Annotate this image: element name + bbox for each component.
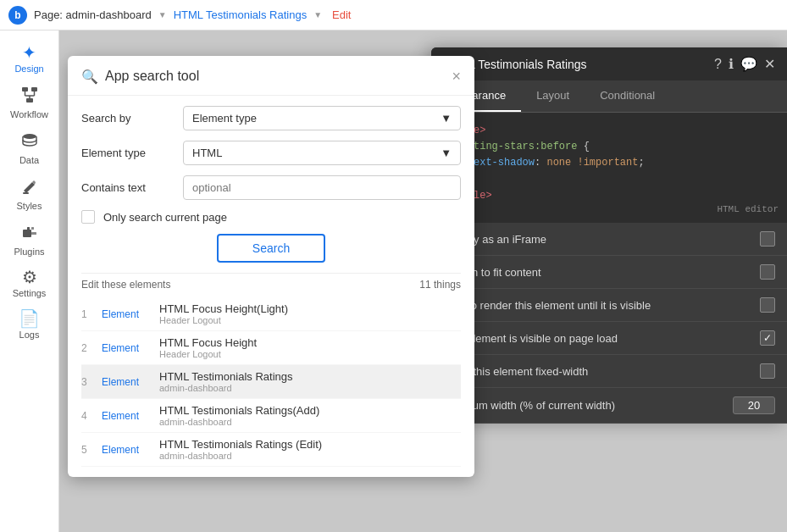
close-panel-icon[interactable]: ✕ [764,56,775,72]
design-icon: ✦ [22,44,36,61]
html-ratings-breadcrumb[interactable]: HTML Testimonials Ratings [174,8,308,21]
svg-point-7 [23,134,36,139]
result-page: Header Logout [159,349,461,359]
list-item[interactable]: 1 Element HTML Focus Height(Light) Heade… [81,297,461,331]
code-line: } [443,172,775,188]
contains-text-input[interactable] [183,175,461,200]
result-name: HTML Testimonials Ratings (Edit) [159,438,461,451]
result-page: admin-dashboard [159,417,461,427]
result-name-block: HTML Testimonials Ratings admin-dashboar… [159,370,461,393]
sidebar-item-workflow[interactable]: Workflow [3,79,56,123]
visible-load-row: This element is visible on page load ✓ [431,322,787,355]
element-type-value: HTML [192,147,222,159]
search-modal-close-button[interactable]: × [452,69,461,84]
search-modal: 🔍 App search tool × Search by Element ty… [68,56,474,477]
breadcrumb-arrow-1: ▼ [158,10,167,19]
sidebar-workflow-label: Workflow [10,109,48,119]
list-item[interactable]: 5 Element HTML Testimonials Ratings (Edi… [81,433,461,467]
tab-conditional[interactable]: Conditional [585,80,670,112]
sidebar-item-plugins[interactable]: Plugins [3,216,56,260]
svg-rect-1 [31,87,37,91]
code-line: text-shadow: none !important; [443,155,775,171]
result-type: Element [102,410,152,422]
stretch-fit-checkbox[interactable] [760,264,775,280]
result-type: Element [102,342,152,354]
min-width-input[interactable]: 20 [733,396,775,414]
sidebar-item-data[interactable]: Data [3,125,56,169]
content-area: 🔍 App search tool × Search by Element ty… [59,30,787,532]
result-name-block: HTML Focus Height Header Logout [159,336,461,359]
fixed-width-row: Make this element fixed-width [431,355,787,388]
result-type: Element [102,308,152,320]
svg-rect-11 [31,227,34,230]
display-iframe-checkbox[interactable] [760,231,775,247]
results-header: Edit these elements 11 things [81,273,461,297]
chevron-down-icon: ▼ [441,112,452,125]
sidebar: ✦ Design Workflow [0,30,59,532]
visible-load-checkbox[interactable]: ✓ [760,330,775,346]
logs-icon: 📄 [19,310,40,327]
only-current-page-checkbox[interactable] [81,210,95,224]
right-panel: HTML Testimonials Ratings ? ℹ 💬 ✕ Appear… [431,47,787,424]
data-icon [20,131,39,152]
html-editor-label: HTML editor [717,202,779,218]
result-page: admin-dashboard [159,451,461,461]
settings-icon: ⚙ [22,269,37,285]
chat-icon[interactable]: 💬 [740,56,757,72]
logo: b [8,6,27,25]
panel-body: <style> .rating-stars:before { text-shad… [431,113,787,424]
search-button-row: Search [81,234,461,263]
code-line: .rating-stars:before { [443,139,775,155]
svg-rect-8 [23,192,29,194]
list-item[interactable]: 2 Element HTML Focus Height Header Logou… [81,331,461,365]
page-breadcrumb[interactable]: Page: admin-dashboard [34,8,152,21]
wait-render-checkbox[interactable] [760,297,775,313]
result-num: 4 [81,410,95,422]
code-line: <style> [443,123,775,139]
search-icon: 🔍 [81,68,98,85]
results-count: 11 things [419,279,461,291]
sidebar-styles-label: Styles [17,201,42,211]
breadcrumb-arrow-2: ▼ [313,10,322,19]
svg-rect-2 [26,98,33,103]
help-icon[interactable]: ? [714,57,722,72]
result-type: Element [102,376,152,388]
search-by-label: Search by [81,112,175,125]
svg-rect-10 [27,227,30,230]
edit-link[interactable]: Edit [332,8,351,21]
contains-text-row: Contains text [81,175,461,200]
search-modal-header: 🔍 App search tool × [68,56,474,96]
sidebar-item-design[interactable]: ✦ Design [3,37,56,77]
right-panel-icons: ? ℹ 💬 ✕ [714,56,775,72]
search-button[interactable]: Search [217,234,325,263]
element-type-chevron-icon: ▼ [441,147,452,159]
list-item[interactable]: 4 Element HTML Testimonials Ratings(Add)… [81,399,461,433]
result-num: 2 [81,342,95,354]
sidebar-logs-label: Logs [19,330,40,340]
result-num: 5 [81,444,95,456]
list-item[interactable]: 3 Element HTML Testimonials Ratings admi… [81,365,461,399]
styles-icon [20,177,39,198]
sidebar-design-label: Design [14,64,43,74]
edit-these-label: Edit these elements [81,279,170,291]
topbar: b Page: admin-dashboard ▼ HTML Testimoni… [0,0,787,30]
fixed-width-checkbox[interactable] [760,363,775,379]
result-name: HTML Testimonials Ratings(Add) [159,404,461,417]
svg-rect-0 [22,87,28,91]
result-type: Element [102,444,152,456]
search-modal-title-text: App search tool [105,69,199,84]
sidebar-item-logs[interactable]: 📄 Logs [3,303,56,343]
result-page: Header Logout [159,315,461,325]
sidebar-settings-label: Settings [13,288,47,298]
element-type-select[interactable]: HTML ▼ [183,141,461,165]
main-layout: ✦ Design Workflow [0,30,787,532]
search-by-select[interactable]: Element type ▼ [183,106,461,130]
info-icon[interactable]: ℹ [729,56,734,72]
tabs-row: Appearance Layout Conditional [431,80,787,113]
result-name: HTML Focus Height [159,336,461,349]
html-code-editor[interactable]: <style> .rating-stars:before { text-shad… [431,113,787,223]
sidebar-item-settings[interactable]: ⚙ Settings [3,262,56,302]
sidebar-data-label: Data [19,155,39,165]
sidebar-item-styles[interactable]: Styles [3,170,56,214]
tab-layout[interactable]: Layout [521,80,585,112]
